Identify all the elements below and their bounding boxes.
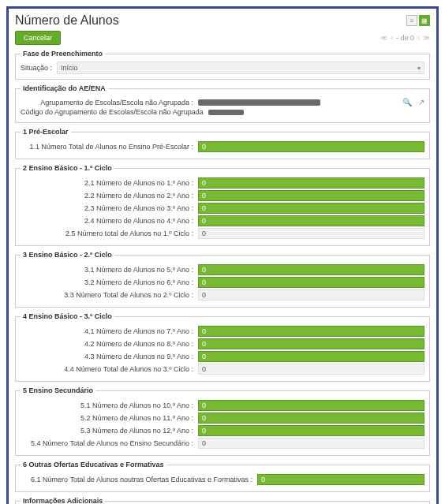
field-2-1-input[interactable]: 0 <box>198 177 424 189</box>
section-1-legend: 1 Pré-Escolar <box>21 128 71 136</box>
field-3-1-label: 3.1 Número de Alunos no 5.º Ano : <box>21 266 198 274</box>
pager: ≪ ‹ - de 0 › ≫ <box>380 34 430 42</box>
section-ident: Identificação do AE/ENA Agrupamento de E… <box>15 84 430 123</box>
field-4-3-label: 4.3 Número de Alunos no 9.º Ano : <box>21 353 198 360</box>
field-1-1-input[interactable]: 0 <box>198 141 424 152</box>
field-2-4-label: 2.4 Número de Alunos no 4.º Ano : <box>21 217 198 225</box>
field-5-4-label: 5.4 Número Total de Alunos no Ensino Sec… <box>21 439 198 447</box>
situacao-value: Início <box>61 64 78 72</box>
field-1-1-label: 1.1 Número Total de Alunos no Ensino Pré… <box>21 143 198 151</box>
section-pre-escolar: 1 Pré-Escolar 1.1 Número Total de Alunos… <box>15 128 430 159</box>
section-6-legend: 6 Outras Ofertas Educativas e Formativas <box>21 461 166 469</box>
section-1ciclo: 2 Ensino Básico - 1.º Ciclo 2.1 Número d… <box>15 164 430 246</box>
section-3-legend: 3 Ensino Básico - 2.º Ciclo <box>21 251 114 259</box>
section-outras: 6 Outras Ofertas Educativas e Formativas… <box>15 461 430 492</box>
view-toggle-group: ≡ ▦ <box>406 15 430 26</box>
field-2-3-input[interactable]: 0 <box>198 203 424 214</box>
field-5-2-input[interactable]: 0 <box>198 413 424 424</box>
field-2-4-input[interactable]: 0 <box>198 215 424 226</box>
section-3ciclo: 4 Ensino Básico - 3.º Ciclo 4.1 Número d… <box>15 312 430 382</box>
field-6-1-label: 6.1 Número Total de Alunos noutras Ofert… <box>21 476 257 483</box>
section-fase-legend: Fase de Preenchimento <box>21 50 105 58</box>
search-icon[interactable]: 🔍 <box>402 98 412 106</box>
section-2-legend: 2 Ensino Básico - 1.º Ciclo <box>21 164 114 172</box>
field-2-2-input[interactable]: 0 <box>198 190 424 201</box>
section-info-legend: Informações Adicionais <box>21 497 105 504</box>
agrup-label: Agrupamento de Escolas/Escola não Agrupa… <box>21 99 198 106</box>
field-2-5-readonly: 0 <box>198 228 424 239</box>
cancel-button[interactable]: Cancelar <box>15 31 61 45</box>
field-3-3-readonly: 0 <box>198 289 424 301</box>
view-list-icon[interactable]: ≡ <box>406 15 417 26</box>
field-5-4-readonly: 0 <box>198 438 424 449</box>
section-fase: Fase de Preenchimento Situação : Início … <box>15 50 430 80</box>
field-4-4-readonly: 0 <box>198 364 424 375</box>
field-5-3-label: 5.3 Número de Alunos no 12.º Ano : <box>21 427 198 435</box>
field-4-1-label: 4.1 Número de Alunos no 7.º Ano : <box>21 327 198 335</box>
field-2-3-label: 2.3 Número de Alunos no 3.º Ano : <box>21 204 198 212</box>
field-3-1-input[interactable]: 0 <box>198 264 424 275</box>
pager-last-icon[interactable]: ≫ <box>423 34 430 42</box>
field-4-4-label: 4.4 Número Total de Alunos no 3.º Ciclo … <box>21 365 198 373</box>
pager-text: - de 0 <box>396 34 414 42</box>
field-6-1-input[interactable]: 0 <box>257 474 424 485</box>
page-title: Número de Alunos <box>15 13 119 28</box>
field-5-1-label: 5.1 Número de Alunos no 10.º Ano : <box>21 401 198 409</box>
field-5-1-input[interactable]: 0 <box>198 400 424 411</box>
field-5-3-input[interactable]: 0 <box>198 425 424 436</box>
field-2-1-label: 2.1 Número de Alunos no 1.º Ano : <box>21 179 198 187</box>
field-3-2-input[interactable]: 0 <box>198 277 424 288</box>
chevron-down-icon: ▾ <box>417 65 421 72</box>
agrup-value-redacted <box>198 99 320 106</box>
pager-first-icon[interactable]: ≪ <box>380 34 387 42</box>
field-4-2-input[interactable]: 0 <box>198 338 424 349</box>
field-2-5-label: 2.5 Número total de Alunos no 1.º Ciclo … <box>21 230 198 237</box>
section-2ciclo: 3 Ensino Básico - 2.º Ciclo 3.1 Número d… <box>15 251 430 308</box>
open-icon[interactable]: ↗ <box>418 98 424 106</box>
situacao-label: Situação : <box>21 64 52 72</box>
field-3-3-label: 3.3 Número Total de Alunos no 2.º Ciclo … <box>21 291 198 299</box>
view-form-icon[interactable]: ▦ <box>419 15 430 26</box>
codigo-value-redacted <box>208 110 244 115</box>
field-4-3-input[interactable]: 0 <box>198 351 424 362</box>
pager-prev-icon[interactable]: ‹ <box>391 34 393 42</box>
field-4-2-label: 4.2 Número de Alunos no 8.º Ano : <box>21 340 198 348</box>
codigo-label: Código do Agrupamento de Escolas/Escola … <box>21 108 204 116</box>
field-5-2-label: 5.2 Número de Alunos no 11.º Ano : <box>21 414 198 422</box>
field-3-2-label: 3.2 Número de Alunos no 6.º Ano : <box>21 278 198 286</box>
section-4-legend: 4 Ensino Básico - 3.º Ciclo <box>21 312 114 320</box>
situacao-select[interactable]: Início ▾ <box>57 62 424 74</box>
field-2-2-label: 2.2 Número de Alunos no 2.º Ano : <box>21 192 198 200</box>
section-5-legend: 5 Ensino Secundário <box>21 386 95 394</box>
field-4-1-input[interactable]: 0 <box>198 326 424 337</box>
section-info: Informações Adicionais Número Total de A… <box>15 497 430 504</box>
section-secundario: 5 Ensino Secundário 5.1 Número de Alunos… <box>15 386 430 456</box>
pager-next-icon[interactable]: › <box>417 34 420 42</box>
section-ident-legend: Identificação do AE/ENA <box>21 84 108 92</box>
